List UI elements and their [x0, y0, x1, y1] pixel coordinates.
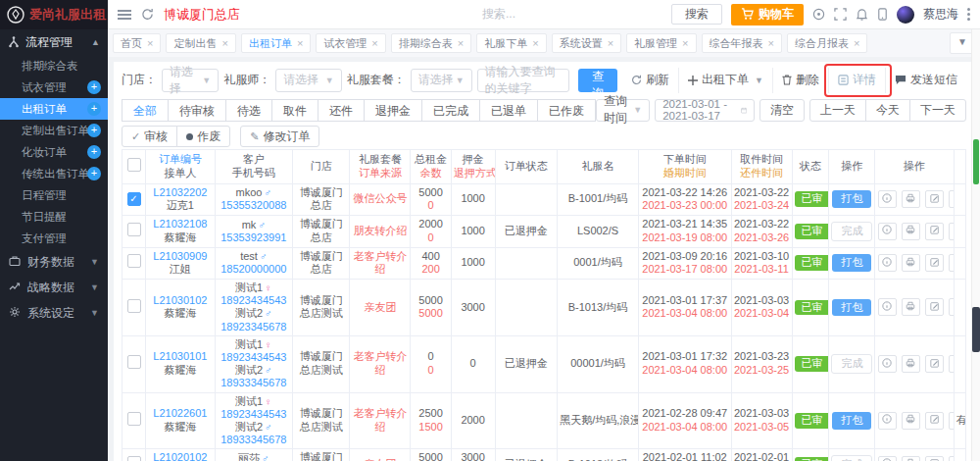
tab-close-icon[interactable]: × — [371, 34, 377, 52]
clear-date-button[interactable]: 清空 — [760, 99, 805, 122]
fullscreen-icon[interactable] — [834, 8, 847, 21]
customer-phone-link[interactable]: 18923434543 — [218, 408, 290, 421]
order-number-link[interactable]: L21030101 — [148, 350, 213, 364]
more-button[interactable]: ··· — [949, 298, 954, 316]
tab-close-icon[interactable]: × — [768, 34, 774, 52]
row-checkbox[interactable] — [127, 355, 141, 369]
query-button[interactable]: 查询 — [578, 69, 617, 92]
sidebar-item[interactable]: 定制出售订单 + — [0, 120, 108, 141]
print-button[interactable] — [902, 254, 920, 272]
more-button[interactable]: ··· — [949, 355, 954, 373]
add-icon[interactable]: + — [87, 124, 101, 137]
info-button[interactable] — [878, 456, 897, 461]
status-tab[interactable]: 待选 — [225, 99, 272, 122]
sidebar-item[interactable]: 节日提醒 — [0, 206, 108, 228]
finish-button[interactable]: 完成 — [831, 455, 872, 461]
print-button[interactable] — [902, 412, 920, 430]
table-row[interactable]: L21020102 李姐 丽莎♂ 18250214177 博诚厦门总店测试 亲友… — [122, 449, 966, 461]
sidebar-item[interactable]: 出租订单 + — [0, 98, 108, 120]
page-tab[interactable]: 礼服管理 × — [626, 33, 696, 53]
status-tab[interactable]: 全部 — [122, 99, 169, 122]
more-button[interactable]: ··· — [949, 456, 954, 461]
today-button[interactable]: 今天 — [865, 99, 910, 122]
detail-button[interactable]: 详情 — [828, 68, 885, 93]
header-search-input[interactable]: 搜索... — [482, 6, 515, 23]
print-button[interactable] — [902, 456, 920, 461]
page-tab[interactable]: 综合年报表 × — [702, 33, 782, 53]
status-tab[interactable]: 待审核 — [168, 99, 226, 122]
status-tab[interactable]: 还件 — [318, 99, 365, 122]
sidebar-item[interactable]: 试衣管理 + — [0, 77, 108, 98]
order-number-link[interactable]: L21020102 — [148, 451, 213, 461]
sidebar-item[interactable]: 传统出售订单 + — [0, 163, 108, 184]
pack-button[interactable]: 打包 — [832, 254, 871, 272]
theme-icon[interactable] — [812, 8, 825, 21]
print-button[interactable] — [902, 190, 920, 208]
more-menu-icon[interactable] — [967, 6, 970, 23]
order-number-link[interactable]: L21032108 — [148, 218, 213, 231]
pack-button[interactable]: 打包 — [832, 299, 871, 317]
table-row[interactable]: L21030102 蔡耀海 测试1♀ 18923434543 测试2♂ 1892… — [122, 280, 966, 336]
vertical-scrollbar[interactable] — [971, 29, 980, 461]
cart-button[interactable]: 购物车 — [731, 4, 804, 26]
chevron-down-icon[interactable]: ▼ — [755, 76, 763, 85]
row-checkbox[interactable] — [127, 412, 141, 426]
tab-close-icon[interactable]: × — [297, 34, 303, 52]
pack-button[interactable]: 打包 — [832, 412, 871, 430]
tab-close-icon[interactable]: × — [608, 34, 613, 52]
info-button[interactable] — [878, 190, 897, 208]
select-all-checkbox[interactable] — [122, 150, 146, 184]
time-type-select[interactable]: 查询时间 ▼ — [596, 99, 650, 122]
page-tab[interactable]: 礼服下单 × — [476, 33, 546, 53]
page-tab[interactable]: 系统设置 × — [552, 33, 621, 53]
row-checkbox[interactable] — [127, 456, 141, 461]
customer-phone-link[interactable]: 18933345678 — [218, 434, 290, 446]
finish-button[interactable]: 完成 — [831, 222, 872, 241]
table-row[interactable]: L21030909 江姐 test♂ 18520000000 博诚厦门总店 老客… — [122, 247, 966, 280]
customer-phone-link[interactable]: 15355320088 — [218, 199, 290, 212]
void-button[interactable]: 作废 — [176, 126, 230, 147]
edit-button[interactable] — [925, 355, 944, 373]
finish-button[interactable]: 完成 — [831, 354, 872, 374]
add-icon[interactable]: + — [87, 80, 101, 94]
edit-button[interactable] — [925, 254, 944, 272]
create-rental-order-button[interactable]: 出租下单 ▼ — [678, 68, 772, 93]
row-checkbox[interactable] — [127, 254, 141, 268]
edit-button[interactable] — [925, 412, 944, 430]
scrollbar-thumb[interactable] — [972, 307, 980, 352]
sidebar-item[interactable]: 排期综合表 — [0, 55, 108, 77]
more-button[interactable]: ··· — [949, 412, 954, 430]
page-tab[interactable]: 定制出售 × — [166, 33, 235, 53]
hamburger-icon[interactable] — [118, 8, 131, 22]
customer-phone-link[interactable]: 18520000000 — [218, 263, 290, 276]
tab-close-icon[interactable]: × — [532, 34, 538, 52]
customer-phone-link[interactable]: 18933345678 — [218, 377, 290, 389]
customer-phone-link[interactable]: 18923345678 — [218, 321, 290, 333]
sidebar-item[interactable]: 化妆订单 + — [0, 141, 108, 163]
edit-button[interactable] — [925, 190, 944, 208]
bell-icon[interactable] — [856, 8, 868, 21]
row-checkbox[interactable] — [127, 223, 141, 236]
sidebar-section-trend[interactable]: 战略数据 ▼ — [0, 275, 108, 300]
print-button[interactable] — [902, 355, 920, 373]
order-number-link[interactable]: L21022601 — [148, 407, 213, 421]
add-icon[interactable]: + — [87, 167, 101, 180]
more-button[interactable]: ··· — [949, 223, 954, 240]
sidebar-group-flow[interactable]: 流程管理 ▲ — [0, 29, 108, 55]
refresh-button[interactable]: 刷新 — [622, 68, 678, 93]
sidebar-section-gear[interactable]: 系统设定 ▼ — [0, 300, 108, 326]
page-tab[interactable]: 出租订单 × — [241, 33, 311, 53]
send-sms-button[interactable]: 发送短信 — [885, 68, 966, 93]
stylist-select[interactable]: 请选择▼ — [275, 69, 342, 92]
info-button[interactable] — [878, 223, 897, 240]
modify-order-button[interactable]: ✎ 修改订单 — [240, 126, 319, 147]
mobile-icon[interactable] — [877, 8, 888, 21]
tab-close-icon[interactable]: × — [854, 34, 859, 52]
table-row[interactable]: L21032108 蔡耀海 mk♂ 15353923991 博诚厦门总店 朋友转… — [122, 216, 966, 248]
pack-button[interactable]: 打包 — [832, 190, 871, 208]
prev-day-button[interactable]: 上一天 — [809, 99, 866, 122]
audit-button[interactable]: ✓ 审核 — [122, 126, 177, 147]
status-tab[interactable]: 退押金 — [364, 99, 422, 122]
package-select[interactable]: 请选择▼ — [411, 69, 472, 92]
tab-close-icon[interactable]: × — [221, 34, 227, 52]
